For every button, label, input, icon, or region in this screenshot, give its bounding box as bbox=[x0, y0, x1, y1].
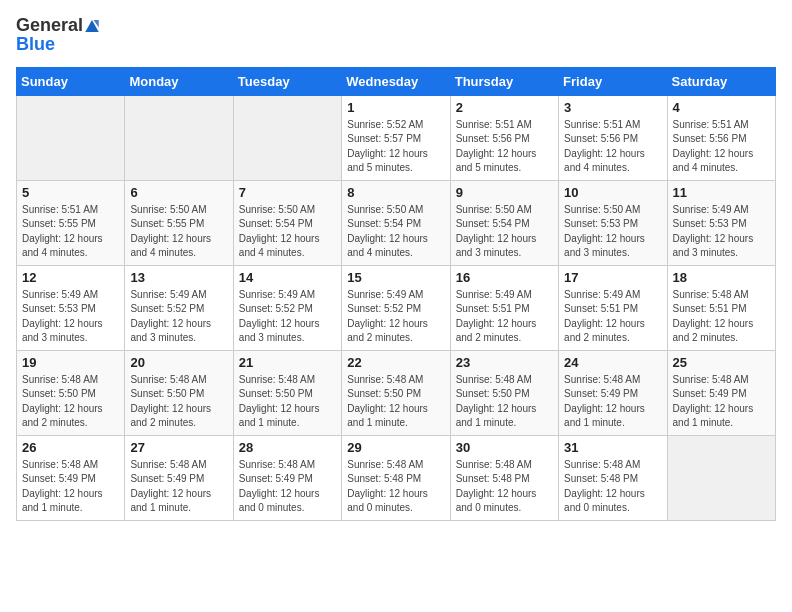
day-number: 31 bbox=[564, 440, 661, 455]
day-number: 23 bbox=[456, 355, 553, 370]
logo: General Blue bbox=[16, 16, 101, 55]
day-number: 1 bbox=[347, 100, 444, 115]
day-number: 2 bbox=[456, 100, 553, 115]
calendar-cell: 13Sunrise: 5:49 AMSunset: 5:52 PMDayligh… bbox=[125, 265, 233, 350]
calendar-cell bbox=[17, 95, 125, 180]
calendar-week-1: 1Sunrise: 5:52 AMSunset: 5:57 PMDaylight… bbox=[17, 95, 776, 180]
day-number: 14 bbox=[239, 270, 336, 285]
weekday-header-wednesday: Wednesday bbox=[342, 67, 450, 95]
day-info: Sunrise: 5:50 AMSunset: 5:53 PMDaylight:… bbox=[564, 203, 661, 261]
day-info: Sunrise: 5:48 AMSunset: 5:48 PMDaylight:… bbox=[347, 458, 444, 516]
day-info: Sunrise: 5:50 AMSunset: 5:55 PMDaylight:… bbox=[130, 203, 227, 261]
calendar-cell: 14Sunrise: 5:49 AMSunset: 5:52 PMDayligh… bbox=[233, 265, 341, 350]
day-number: 4 bbox=[673, 100, 770, 115]
calendar-cell: 2Sunrise: 5:51 AMSunset: 5:56 PMDaylight… bbox=[450, 95, 558, 180]
day-number: 25 bbox=[673, 355, 770, 370]
calendar-cell: 11Sunrise: 5:49 AMSunset: 5:53 PMDayligh… bbox=[667, 180, 775, 265]
day-info: Sunrise: 5:48 AMSunset: 5:50 PMDaylight:… bbox=[22, 373, 119, 431]
day-info: Sunrise: 5:49 AMSunset: 5:52 PMDaylight:… bbox=[347, 288, 444, 346]
day-info: Sunrise: 5:48 AMSunset: 5:50 PMDaylight:… bbox=[456, 373, 553, 431]
day-number: 10 bbox=[564, 185, 661, 200]
day-number: 28 bbox=[239, 440, 336, 455]
day-number: 19 bbox=[22, 355, 119, 370]
day-info: Sunrise: 5:49 AMSunset: 5:52 PMDaylight:… bbox=[130, 288, 227, 346]
calendar-cell bbox=[667, 435, 775, 520]
logo-text: General bbox=[16, 16, 101, 36]
calendar-cell: 20Sunrise: 5:48 AMSunset: 5:50 PMDayligh… bbox=[125, 350, 233, 435]
calendar-cell: 8Sunrise: 5:50 AMSunset: 5:54 PMDaylight… bbox=[342, 180, 450, 265]
day-number: 13 bbox=[130, 270, 227, 285]
day-number: 3 bbox=[564, 100, 661, 115]
page-header: General Blue bbox=[16, 16, 776, 55]
calendar-cell: 16Sunrise: 5:49 AMSunset: 5:51 PMDayligh… bbox=[450, 265, 558, 350]
day-info: Sunrise: 5:50 AMSunset: 5:54 PMDaylight:… bbox=[239, 203, 336, 261]
day-number: 29 bbox=[347, 440, 444, 455]
calendar-week-4: 19Sunrise: 5:48 AMSunset: 5:50 PMDayligh… bbox=[17, 350, 776, 435]
day-info: Sunrise: 5:49 AMSunset: 5:53 PMDaylight:… bbox=[673, 203, 770, 261]
day-number: 21 bbox=[239, 355, 336, 370]
calendar-cell: 28Sunrise: 5:48 AMSunset: 5:49 PMDayligh… bbox=[233, 435, 341, 520]
day-info: Sunrise: 5:51 AMSunset: 5:56 PMDaylight:… bbox=[673, 118, 770, 176]
day-number: 11 bbox=[673, 185, 770, 200]
calendar-cell: 21Sunrise: 5:48 AMSunset: 5:50 PMDayligh… bbox=[233, 350, 341, 435]
calendar-table: SundayMondayTuesdayWednesdayThursdayFrid… bbox=[16, 67, 776, 521]
day-info: Sunrise: 5:49 AMSunset: 5:51 PMDaylight:… bbox=[564, 288, 661, 346]
day-number: 16 bbox=[456, 270, 553, 285]
day-number: 9 bbox=[456, 185, 553, 200]
calendar-cell: 12Sunrise: 5:49 AMSunset: 5:53 PMDayligh… bbox=[17, 265, 125, 350]
day-info: Sunrise: 5:51 AMSunset: 5:56 PMDaylight:… bbox=[456, 118, 553, 176]
calendar-body: 1Sunrise: 5:52 AMSunset: 5:57 PMDaylight… bbox=[17, 95, 776, 520]
calendar-cell: 15Sunrise: 5:49 AMSunset: 5:52 PMDayligh… bbox=[342, 265, 450, 350]
calendar-cell: 3Sunrise: 5:51 AMSunset: 5:56 PMDaylight… bbox=[559, 95, 667, 180]
day-info: Sunrise: 5:48 AMSunset: 5:50 PMDaylight:… bbox=[347, 373, 444, 431]
day-number: 20 bbox=[130, 355, 227, 370]
day-info: Sunrise: 5:48 AMSunset: 5:49 PMDaylight:… bbox=[564, 373, 661, 431]
calendar-cell bbox=[233, 95, 341, 180]
calendar-cell: 4Sunrise: 5:51 AMSunset: 5:56 PMDaylight… bbox=[667, 95, 775, 180]
weekday-header-friday: Friday bbox=[559, 67, 667, 95]
day-number: 27 bbox=[130, 440, 227, 455]
day-number: 7 bbox=[239, 185, 336, 200]
calendar-cell: 30Sunrise: 5:48 AMSunset: 5:48 PMDayligh… bbox=[450, 435, 558, 520]
day-number: 22 bbox=[347, 355, 444, 370]
calendar-week-3: 12Sunrise: 5:49 AMSunset: 5:53 PMDayligh… bbox=[17, 265, 776, 350]
weekday-header-monday: Monday bbox=[125, 67, 233, 95]
weekday-header-sunday: Sunday bbox=[17, 67, 125, 95]
day-number: 8 bbox=[347, 185, 444, 200]
calendar-cell: 23Sunrise: 5:48 AMSunset: 5:50 PMDayligh… bbox=[450, 350, 558, 435]
calendar-cell bbox=[125, 95, 233, 180]
calendar-cell: 29Sunrise: 5:48 AMSunset: 5:48 PMDayligh… bbox=[342, 435, 450, 520]
day-number: 5 bbox=[22, 185, 119, 200]
day-number: 18 bbox=[673, 270, 770, 285]
day-info: Sunrise: 5:50 AMSunset: 5:54 PMDaylight:… bbox=[347, 203, 444, 261]
day-info: Sunrise: 5:48 AMSunset: 5:48 PMDaylight:… bbox=[564, 458, 661, 516]
day-info: Sunrise: 5:49 AMSunset: 5:52 PMDaylight:… bbox=[239, 288, 336, 346]
calendar-cell: 9Sunrise: 5:50 AMSunset: 5:54 PMDaylight… bbox=[450, 180, 558, 265]
day-info: Sunrise: 5:48 AMSunset: 5:50 PMDaylight:… bbox=[239, 373, 336, 431]
calendar-cell: 7Sunrise: 5:50 AMSunset: 5:54 PMDaylight… bbox=[233, 180, 341, 265]
day-info: Sunrise: 5:48 AMSunset: 5:50 PMDaylight:… bbox=[130, 373, 227, 431]
day-info: Sunrise: 5:51 AMSunset: 5:55 PMDaylight:… bbox=[22, 203, 119, 261]
day-number: 15 bbox=[347, 270, 444, 285]
weekday-header-thursday: Thursday bbox=[450, 67, 558, 95]
day-info: Sunrise: 5:48 AMSunset: 5:48 PMDaylight:… bbox=[456, 458, 553, 516]
calendar-cell: 24Sunrise: 5:48 AMSunset: 5:49 PMDayligh… bbox=[559, 350, 667, 435]
calendar-cell: 1Sunrise: 5:52 AMSunset: 5:57 PMDaylight… bbox=[342, 95, 450, 180]
day-info: Sunrise: 5:50 AMSunset: 5:54 PMDaylight:… bbox=[456, 203, 553, 261]
day-number: 26 bbox=[22, 440, 119, 455]
day-number: 17 bbox=[564, 270, 661, 285]
weekday-header-saturday: Saturday bbox=[667, 67, 775, 95]
day-number: 12 bbox=[22, 270, 119, 285]
calendar-cell: 22Sunrise: 5:48 AMSunset: 5:50 PMDayligh… bbox=[342, 350, 450, 435]
day-info: Sunrise: 5:48 AMSunset: 5:49 PMDaylight:… bbox=[22, 458, 119, 516]
calendar-cell: 10Sunrise: 5:50 AMSunset: 5:53 PMDayligh… bbox=[559, 180, 667, 265]
day-info: Sunrise: 5:52 AMSunset: 5:57 PMDaylight:… bbox=[347, 118, 444, 176]
calendar-cell: 5Sunrise: 5:51 AMSunset: 5:55 PMDaylight… bbox=[17, 180, 125, 265]
day-info: Sunrise: 5:48 AMSunset: 5:49 PMDaylight:… bbox=[239, 458, 336, 516]
calendar-week-2: 5Sunrise: 5:51 AMSunset: 5:55 PMDaylight… bbox=[17, 180, 776, 265]
calendar-cell: 6Sunrise: 5:50 AMSunset: 5:55 PMDaylight… bbox=[125, 180, 233, 265]
logo-blue: Blue bbox=[16, 34, 101, 55]
calendar-cell: 31Sunrise: 5:48 AMSunset: 5:48 PMDayligh… bbox=[559, 435, 667, 520]
day-info: Sunrise: 5:48 AMSunset: 5:49 PMDaylight:… bbox=[130, 458, 227, 516]
calendar-cell: 17Sunrise: 5:49 AMSunset: 5:51 PMDayligh… bbox=[559, 265, 667, 350]
